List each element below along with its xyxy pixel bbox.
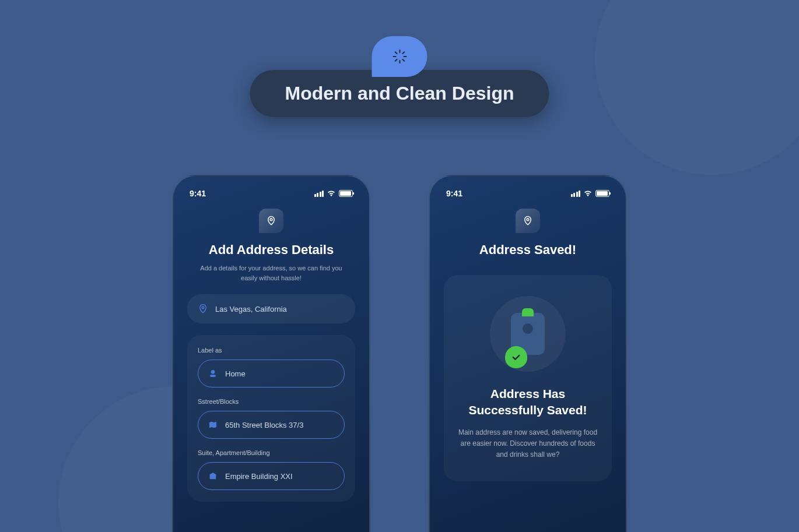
loader-badge [372,36,427,77]
svg-point-0 [270,219,272,221]
battery-icon [339,190,353,197]
background-decoration [595,0,799,175]
success-title: Address Has Successfully Saved! [458,386,598,419]
check-badge-icon [505,346,527,368]
spinner-icon [393,50,406,64]
signal-icon [571,191,581,197]
status-time: 9:41 [190,189,206,198]
suite-input-value: Empire Building XXI [225,472,293,481]
pin-icon [198,304,208,314]
suite-field-label: Suite, Apartment/Building [198,449,345,456]
status-icons [314,190,353,197]
svg-point-4 [527,219,529,221]
status-bar: 9:41 [173,189,369,198]
phone-mockups: 9:41 Add Address Details Add a details f… [172,175,627,532]
status-bar: 9:41 [430,189,626,198]
status-time: 9:41 [446,189,462,198]
label-input[interactable]: Home [198,360,345,387]
signal-icon [314,191,324,197]
map-icon [208,420,218,430]
svg-point-2 [211,370,215,374]
pin-badge-icon [259,209,283,233]
wifi-icon [327,190,336,197]
phone-address-saved: 9:41 Address Saved! [429,175,627,532]
building-icon [208,471,218,481]
header-pill: Modern and Clean Design [250,70,549,117]
svg-point-3 [210,375,216,377]
street-input[interactable]: 65th Street Blocks 37/3 [198,411,345,439]
home-icon [208,368,218,379]
success-illustration [490,296,566,372]
header-title: Modern and Clean Design [285,83,514,104]
wifi-icon [583,190,593,197]
location-text: Las Vegas, California [215,305,287,313]
screen-title: Add Address Details [187,242,355,258]
pin-badge-icon [516,209,540,233]
label-field-label: Label as [198,347,345,354]
success-card: Address Has Successfully Saved! Main add… [444,275,612,481]
status-icons [571,190,610,197]
label-input-value: Home [225,369,246,378]
address-form-card: Label as Home Sstreet/Blocks 65th Street… [187,335,355,502]
phone-add-address: 9:41 Add Address Details Add a details f… [172,175,370,532]
svg-point-1 [202,306,204,309]
street-field-label: Sstreet/Blocks [198,398,345,405]
screen-subtitle: Add a details for your address, so we ca… [187,263,355,283]
suite-input[interactable]: Empire Building XXI [198,462,345,490]
screen-title: Address Saved! [444,242,612,258]
battery-icon [595,190,609,197]
street-input-value: 65th Street Blocks 37/3 [225,421,303,429]
success-body: Main address are now saved, delivering f… [458,427,598,461]
location-pill[interactable]: Las Vegas, California [187,294,355,323]
